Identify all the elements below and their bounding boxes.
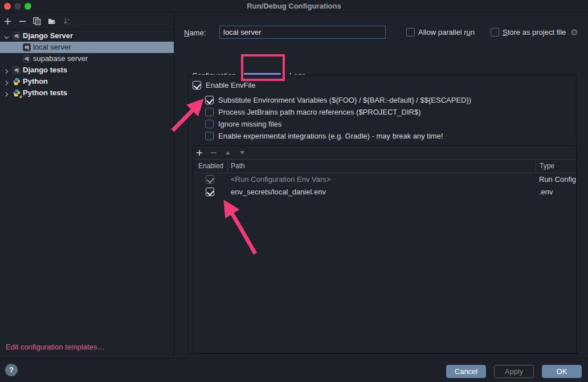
env-file-path: <Run Configuration Env Vars> <box>231 175 330 184</box>
python-tests-icon <box>13 89 21 97</box>
chevron-right-icon[interactable] <box>3 67 10 74</box>
help-button[interactable]: ? <box>5 364 18 376</box>
dialog-footer: ? Cancel Apply OK <box>0 358 588 382</box>
copy-configuration-icon[interactable] <box>31 15 43 27</box>
tree-item-python[interactable]: Python <box>0 76 174 87</box>
envfile-tab-panel: Enable EnvFile Substitute Environment Va… <box>188 75 577 353</box>
checkbox[interactable] <box>205 132 214 140</box>
edit-configuration-templates-link[interactable]: Edit configuration templates… <box>6 343 104 351</box>
table-row-local-daniel-env[interactable]: env_secrets/local_daniel.env .env <box>193 186 577 198</box>
ok-button[interactable]: OK <box>542 365 582 378</box>
tree-item-django-tests[interactable]: dj Django tests <box>0 64 174 76</box>
tree-item-python-tests[interactable]: Python tests <box>0 87 174 99</box>
tree-item-label: Python tests <box>23 88 67 97</box>
configurations-sidebar: az dj Django Server dj local server dj s… <box>0 13 174 358</box>
option-label: Process JetBrains path macro references … <box>218 108 420 116</box>
option-label: Ignore missing files <box>218 120 281 128</box>
column-enabled: Enabled <box>198 162 223 170</box>
allow-parallel-run-checkbox[interactable]: Allow parallel run <box>406 28 475 36</box>
process-path-macros-checkbox[interactable]: Process JetBrains path macro references … <box>205 108 420 116</box>
svg-text:a: a <box>68 18 70 21</box>
substitute-env-variables-checkbox[interactable]: Substitute Environment Variables (${FOO}… <box>205 96 471 104</box>
checkbox[interactable] <box>205 108 214 116</box>
django-icon: dj <box>23 55 31 63</box>
row-enabled-checkbox[interactable] <box>206 188 214 196</box>
table-row-run-config-env-vars[interactable]: <Run Configuration Env Vars> Run Config <box>193 173 577 186</box>
table-header: Enabled Path Type <box>193 160 577 173</box>
new-folder-icon[interactable] <box>46 15 58 27</box>
sidebar-toolbar: az <box>0 13 174 30</box>
allow-parallel-run-label: Allow parallel run <box>418 28 475 36</box>
experimental-integrations-checkbox[interactable]: Enable experimental integrations (e.g. G… <box>205 132 443 140</box>
add-configuration-icon[interactable] <box>2 15 13 27</box>
column-path: Path <box>231 162 245 170</box>
move-up-icon[interactable] <box>223 148 233 158</box>
django-icon: dj <box>23 43 31 51</box>
tree-item-label: supabase server <box>33 54 88 63</box>
remove-configuration-icon[interactable] <box>17 15 28 27</box>
title-bar: Run/Debug Configurations <box>0 0 588 13</box>
tree-item-supabase-server[interactable]: dj supabase server <box>0 53 174 64</box>
chevron-right-icon[interactable] <box>3 78 10 85</box>
env-file-type: .env <box>539 188 553 196</box>
checkbox[interactable] <box>193 81 201 90</box>
option-label: Enable experimental integrations (e.g. G… <box>218 132 443 140</box>
column-divider <box>536 161 536 172</box>
tree-item-label: Python <box>23 77 48 86</box>
window-title: Run/Debug Configurations <box>0 2 588 10</box>
tree-item-django-server[interactable]: dj Django Server <box>0 30 174 42</box>
python-icon <box>13 78 21 86</box>
enable-envfile-checkbox[interactable]: Enable EnvFile <box>193 81 255 90</box>
apply-button[interactable]: Apply <box>494 365 534 378</box>
remove-file-icon[interactable] <box>209 148 219 158</box>
add-file-icon[interactable] <box>194 148 205 158</box>
tree-item-label: Django Server <box>23 31 73 40</box>
checkbox[interactable] <box>205 96 214 104</box>
checkbox[interactable] <box>406 28 415 36</box>
ignore-missing-files-checkbox[interactable]: Ignore missing files <box>205 120 281 128</box>
name-label: Name: <box>184 29 206 37</box>
checkbox[interactable] <box>205 120 214 128</box>
chevron-right-icon[interactable] <box>3 90 10 96</box>
tree-item-local-server[interactable]: dj local server <box>0 42 174 53</box>
configuration-tree: dj Django Server dj local server dj supa… <box>0 30 174 99</box>
env-files-table: Enabled Path Type <Run Configuration Env… <box>193 145 577 354</box>
option-label: Substitute Environment Variables (${FOO}… <box>218 96 471 104</box>
enable-envfile-label: Enable EnvFile <box>206 81 255 90</box>
name-input[interactable] <box>219 26 386 39</box>
env-file-type: Run Config <box>539 175 576 184</box>
checkbox[interactable] <box>491 28 499 36</box>
env-file-path: env_secrets/local_daniel.env <box>231 188 326 196</box>
svg-text:z: z <box>68 22 70 25</box>
tree-item-label: Django tests <box>23 66 67 74</box>
store-as-project-file-checkbox[interactable]: Store as project file ⚙ <box>491 28 578 36</box>
row-enabled-checkbox[interactable] <box>206 175 214 184</box>
sort-configurations-icon[interactable]: az <box>62 15 73 27</box>
column-divider <box>227 161 228 172</box>
run-debug-configurations-dialog: Run/Debug Configurations az <box>0 0 588 382</box>
chevron-down-icon[interactable] <box>3 32 10 39</box>
store-as-project-file-label: Store as project file <box>503 28 566 36</box>
settings-gear-icon[interactable]: ⚙ <box>570 28 578 36</box>
configuration-editor: Name: Allow parallel run Store as projec… <box>174 13 588 358</box>
django-tests-icon: dj <box>13 66 21 74</box>
django-icon: dj <box>13 32 21 40</box>
column-type: Type <box>540 162 554 170</box>
table-toolbar <box>193 146 577 160</box>
tree-item-label: local server <box>33 43 71 51</box>
cancel-button[interactable]: Cancel <box>446 365 486 378</box>
move-down-icon[interactable] <box>237 148 247 158</box>
